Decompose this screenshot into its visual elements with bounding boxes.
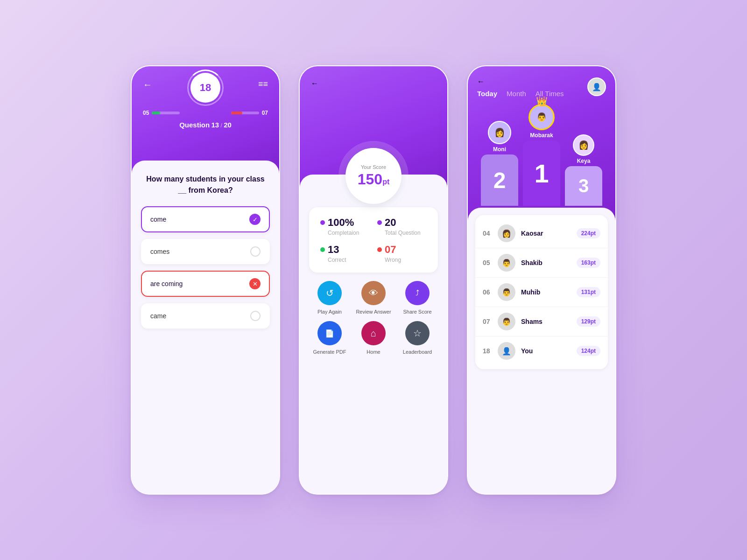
lb-rank: 04	[483, 230, 492, 237]
answer-option-comes[interactable]: comes	[141, 239, 270, 264]
podium-avatar-2nd: 👩	[488, 121, 511, 144]
progress-bar-green	[152, 112, 180, 114]
stat-completion-value: 100%	[320, 217, 370, 229]
share-score-label: Share Score	[403, 309, 431, 315]
dot-green	[320, 247, 325, 252]
stat-total-label: Total Question	[377, 230, 427, 236]
phone2-body: 100% Completaion 20 Total Question 13 Co…	[300, 175, 447, 494]
stat-correct-label: Correct	[320, 257, 370, 263]
review-answer-button[interactable]: 👁 Review Answer	[355, 281, 392, 315]
share-score-button[interactable]: ⤴ Share Score	[399, 281, 436, 315]
lb-row-muhib: 06 👨 Muhib 131pt	[475, 278, 608, 307]
answer-option-came[interactable]: came	[141, 303, 270, 329]
back-button[interactable]: ←	[143, 79, 152, 90]
question-progress: Question 13 / 20	[143, 121, 268, 129]
lb-name: Kaosar	[521, 230, 571, 237]
crown-icon: 👑	[536, 96, 548, 107]
stat-total: 20 Total Question	[377, 217, 427, 236]
podium-name-2nd: Moni	[493, 146, 506, 153]
lb-name: You	[521, 347, 571, 355]
generate-pdf-icon: 📄	[317, 321, 342, 345]
lb-rank: 05	[483, 259, 492, 266]
stat-correct-value: 13	[320, 244, 370, 256]
lb-avatar: 👨	[498, 313, 515, 330]
dot-purple2	[377, 220, 382, 225]
podium-2nd: 👩 Moni 2 442pt	[481, 121, 518, 213]
stat-wrong-label: Wrong	[377, 257, 427, 263]
stat-wrong: 07 Wrong	[377, 244, 427, 263]
home-button[interactable]: ⌂ Home	[355, 321, 392, 355]
profile-avatar[interactable]: 👤	[587, 77, 606, 96]
leaderboard-label: Leaderboard	[403, 349, 432, 355]
lb-row-you: 18 👤 You 124pt	[475, 336, 608, 365]
score-circle-inner: Your Score 150pt	[345, 148, 402, 204]
actions-grid: ↺ Play Again 👁 Review Answer ⤴ Share Sco…	[309, 281, 438, 355]
dot-purple	[320, 220, 325, 225]
stat-total-value: 20	[377, 217, 427, 229]
podium-rank-1st: 1	[523, 140, 560, 206]
tab-month[interactable]: Month	[507, 90, 526, 98]
podium-avatar-1st: 👨	[529, 104, 555, 130]
phone-3: ← 👤 Today Month All Times 👩 Moni 2 442pt…	[467, 65, 616, 495]
check-icon: ✓	[249, 214, 261, 225]
generate-pdf-button[interactable]: 📄 Generate PDF	[311, 321, 348, 355]
radio-icon	[250, 311, 261, 321]
leaderboard-list: 04 👩 Kaosar 224pt 05 👨 Shakib 163pt 06 👨…	[475, 215, 608, 369]
stat-wrong-value: 07	[377, 244, 427, 256]
play-again-icon: ↺	[317, 281, 342, 305]
stat-completion: 100% Completaion	[320, 217, 370, 236]
phone1-header: ← ≡≡ 18 05 07 Question 13 / 20	[132, 66, 279, 174]
lb-name: Shakib	[521, 259, 571, 266]
lb-row-kaosar: 04 👩 Kaosar 224pt	[475, 219, 608, 248]
wrong-icon: ✕	[249, 278, 261, 289]
home-icon: ⌂	[361, 321, 386, 345]
dot-red	[377, 247, 382, 252]
lb-rank: 07	[483, 318, 492, 325]
lb-name: Muhib	[521, 288, 571, 296]
leaderboard-icon: ☆	[405, 321, 430, 345]
phone1-body: How many students in your class __ from …	[132, 161, 279, 494]
phone3-header: ← 👤 Today Month All Times 👩 Moni 2 442pt…	[468, 66, 615, 221]
lb-row-shakib: 05 👨 Shakib 163pt	[475, 248, 608, 278]
home-label: Home	[366, 349, 380, 355]
podium-3rd: 👩 Keya 3 373pt	[565, 134, 602, 213]
lb-row-shams: 07 👨 Shams 129pt	[475, 307, 608, 336]
score-display: 150pt	[358, 171, 390, 188]
option-text: are coming	[150, 280, 183, 287]
score-label: Your Score	[361, 164, 386, 170]
timer-display: 18	[190, 73, 220, 103]
option-text: comes	[150, 248, 169, 255]
podium-name-3rd: Keya	[577, 158, 591, 164]
back-button[interactable]: ←	[477, 77, 485, 85]
play-again-button[interactable]: ↺ Play Again	[311, 281, 348, 315]
settings-icon[interactable]: ≡≡	[258, 79, 268, 89]
lb-avatar: 👩	[498, 224, 515, 242]
podium-name-1st: Mobarak	[530, 132, 553, 139]
podium-rank-3rd: 3	[565, 166, 602, 206]
option-text: come	[150, 216, 166, 223]
phone-1: ← ≡≡ 18 05 07 Question 13 / 20 How many …	[131, 65, 280, 495]
question-text: How many students in your class __ from …	[141, 174, 270, 200]
podium-rank-2nd: 2	[481, 154, 518, 206]
stats-card: 100% Completaion 20 Total Question 13 Co…	[309, 207, 438, 273]
podium: 👩 Moni 2 442pt 👑 👨 Mobarak 1 453pt 👩	[477, 104, 606, 213]
phone3-body: 04 👩 Kaosar 224pt 05 👨 Shakib 163pt 06 👨…	[468, 208, 615, 494]
answer-option-come[interactable]: come ✓	[141, 206, 270, 232]
answer-option-arecoming[interactable]: are coming ✕	[141, 271, 270, 297]
lb-avatar: 👤	[498, 342, 515, 360]
review-answer-label: Review Answer	[356, 309, 391, 315]
phone-2: ← Your Score 150pt 100% Completaion	[299, 65, 448, 495]
left-score: 05	[143, 110, 180, 116]
score-number: 150	[358, 171, 382, 188]
radio-icon	[250, 246, 261, 257]
score-unit: pt	[382, 178, 389, 186]
lb-rank: 18	[483, 347, 492, 355]
leaderboard-button[interactable]: ☆ Leaderboard	[399, 321, 436, 355]
share-score-icon: ⤴	[405, 281, 430, 305]
lb-name: Shams	[521, 318, 571, 325]
back-button[interactable]: ←	[311, 79, 436, 88]
right-score: 07	[231, 110, 268, 116]
tab-today[interactable]: Today	[477, 90, 497, 98]
lb-pts: 224pt	[577, 228, 600, 238]
phone2-header: ← Your Score 150pt	[300, 66, 447, 188]
